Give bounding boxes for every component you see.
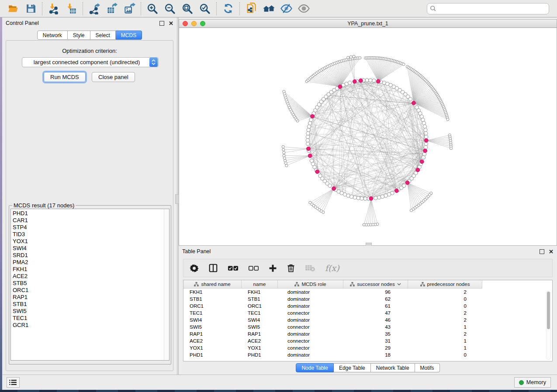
- table-row[interactable]: SWI4SWI4dominator462: [183, 316, 552, 323]
- mcds-node[interactable]: [311, 114, 315, 118]
- mcds-node[interactable]: [359, 79, 363, 83]
- select-all-button[interactable]: [228, 265, 239, 271]
- table-row[interactable]: FKH1FKH1dominator962: [183, 289, 552, 296]
- deselect-all-button[interactable]: [248, 265, 259, 271]
- table-row[interactable]: SWI5SWI5connector431: [183, 323, 552, 330]
- table-settings-button[interactable]: [190, 264, 199, 273]
- table-row[interactable]: PHD1PHD1dominator180: [183, 351, 552, 358]
- mcds-result-list[interactable]: PHD1CAR1STP4TID3YOX1SWI4SRD1PMA2FKH1ACE2…: [10, 209, 170, 361]
- mcds-node[interactable]: [423, 149, 427, 153]
- mcds-node[interactable]: [308, 154, 312, 158]
- mcds-result-item[interactable]: CAR1: [13, 217, 169, 224]
- refresh-view-button[interactable]: [219, 1, 237, 16]
- mcds-node[interactable]: [369, 196, 373, 200]
- mcds-result-item[interactable]: TID3: [13, 231, 169, 238]
- float-panel-icon[interactable]: [159, 21, 164, 26]
- memory-button[interactable]: Memory: [514, 377, 551, 388]
- delete-column-button[interactable]: [287, 264, 295, 272]
- mcds-list-scrollbar[interactable]: [164, 209, 169, 360]
- table-cell: connector: [278, 310, 343, 316]
- table-row[interactable]: STB1STB1dominator620: [183, 296, 552, 303]
- search-input[interactable]: [427, 3, 549, 14]
- mcds-result-item[interactable]: ORC1: [13, 287, 169, 294]
- table-row[interactable]: TEC1TEC1connector472: [183, 309, 552, 316]
- mcds-result-item[interactable]: GCR1: [13, 322, 169, 329]
- add-column-button[interactable]: [269, 264, 277, 272]
- criterion-select[interactable]: largest connected component (undirected): [22, 57, 159, 67]
- mcds-node[interactable]: [307, 147, 311, 151]
- network-window-titlebar[interactable]: YPA_prune.txt_1: [179, 19, 557, 28]
- mcds-node[interactable]: [394, 189, 398, 193]
- mcds-result-item[interactable]: PMA2: [13, 259, 169, 266]
- mcds-result-item[interactable]: TEC1: [13, 315, 169, 322]
- column-header-successor-nodes[interactable]: successor nodes: [343, 280, 408, 288]
- mcds-result-item[interactable]: YOX1: [13, 238, 169, 245]
- save-session-button[interactable]: [22, 1, 39, 16]
- tab-style[interactable]: Style: [68, 31, 90, 40]
- mcds-node[interactable]: [332, 187, 336, 191]
- tab-network-table[interactable]: Network Table: [371, 363, 415, 372]
- zoom-in-button[interactable]: [144, 1, 161, 16]
- mcds-result-item[interactable]: FKH1: [13, 266, 169, 273]
- import-table-button[interactable]: [62, 1, 80, 16]
- mcds-result-item[interactable]: ACE2: [13, 273, 169, 280]
- column-header-name[interactable]: name: [242, 280, 278, 288]
- column-header-shared-name[interactable]: shared name: [183, 280, 242, 288]
- mcds-node[interactable]: [377, 79, 381, 83]
- mcds-result-item[interactable]: SWI5: [13, 308, 169, 315]
- import-network-button[interactable]: [45, 1, 62, 16]
- table-scrollbar[interactable]: [546, 291, 551, 360]
- tab-select[interactable]: Select: [90, 31, 116, 40]
- mcds-result-item[interactable]: SRD1: [13, 252, 169, 259]
- task-history-button[interactable]: [7, 377, 20, 388]
- table-cell: SWI5: [183, 324, 242, 330]
- zoom-out-button[interactable]: [161, 1, 179, 16]
- node-table[interactable]: shared namenameMCDS rolesuccessor nodesp…: [183, 280, 553, 361]
- mcds-result-item[interactable]: STB5: [13, 280, 169, 287]
- export-image-button[interactable]: [121, 1, 138, 16]
- show-graphics-button[interactable]: [295, 1, 312, 16]
- mcds-result-item[interactable]: PHD1: [13, 210, 169, 217]
- close-panel-icon[interactable]: ✕: [169, 21, 173, 26]
- zoom-selected-button[interactable]: [196, 1, 214, 16]
- tab-network[interactable]: Network: [37, 31, 68, 40]
- table-row[interactable]: ACE2ACE2connector311: [183, 337, 552, 344]
- mcds-node[interactable]: [420, 160, 424, 164]
- tab-edge-table[interactable]: Edge Table: [334, 363, 371, 372]
- hide-graphics-button[interactable]: [277, 1, 295, 16]
- share-document-button[interactable]: [242, 1, 260, 16]
- first-neighbors-button[interactable]: [260, 1, 277, 16]
- table-row[interactable]: RAP1RAP1dominator352: [183, 330, 552, 337]
- search-field[interactable]: [427, 3, 549, 14]
- mcds-node[interactable]: [338, 85, 342, 89]
- mcds-result-item[interactable]: RAP1: [13, 294, 169, 301]
- close-panel-icon[interactable]: ✕: [549, 249, 554, 254]
- network-graph[interactable]: [179, 28, 557, 246]
- run-mcds-button[interactable]: Run MCDS: [44, 72, 86, 82]
- export-table-button[interactable]: [103, 1, 121, 16]
- table-row[interactable]: YOX1YOX1connector291: [183, 344, 552, 351]
- column-header-predecessor-nodes[interactable]: predecessor nodes: [408, 280, 482, 288]
- mcds-result-item[interactable]: STB1: [13, 301, 169, 308]
- table-cell: 62: [343, 296, 408, 302]
- close-panel-button[interactable]: Close panel: [92, 72, 135, 82]
- show-columns-button[interactable]: [208, 263, 218, 273]
- mcds-node[interactable]: [315, 170, 319, 174]
- tab-mcds[interactable]: MCDS: [116, 31, 142, 40]
- mcds-node[interactable]: [405, 181, 409, 185]
- zoom-fit-button[interactable]: [179, 1, 196, 16]
- table-row[interactable]: ORC1ORC1dominator610: [183, 303, 552, 309]
- mcds-result-item[interactable]: SWI4: [13, 245, 169, 252]
- tab-node-table[interactable]: Node Table: [296, 363, 334, 372]
- mcds-node[interactable]: [412, 101, 416, 105]
- tab-motifs[interactable]: Motifs: [415, 363, 440, 372]
- mcds-node[interactable]: [416, 168, 420, 172]
- mcds-node[interactable]: [424, 138, 428, 142]
- column-header-MCDS-role[interactable]: MCDS role: [278, 280, 343, 288]
- float-panel-icon[interactable]: [540, 249, 544, 254]
- mcds-node[interactable]: [353, 79, 356, 83]
- mcds-result-item[interactable]: STP4: [13, 224, 169, 231]
- table-scrollbar-thumb[interactable]: [547, 292, 550, 329]
- open-file-button[interactable]: [4, 1, 22, 16]
- export-network-button[interactable]: [86, 1, 103, 16]
